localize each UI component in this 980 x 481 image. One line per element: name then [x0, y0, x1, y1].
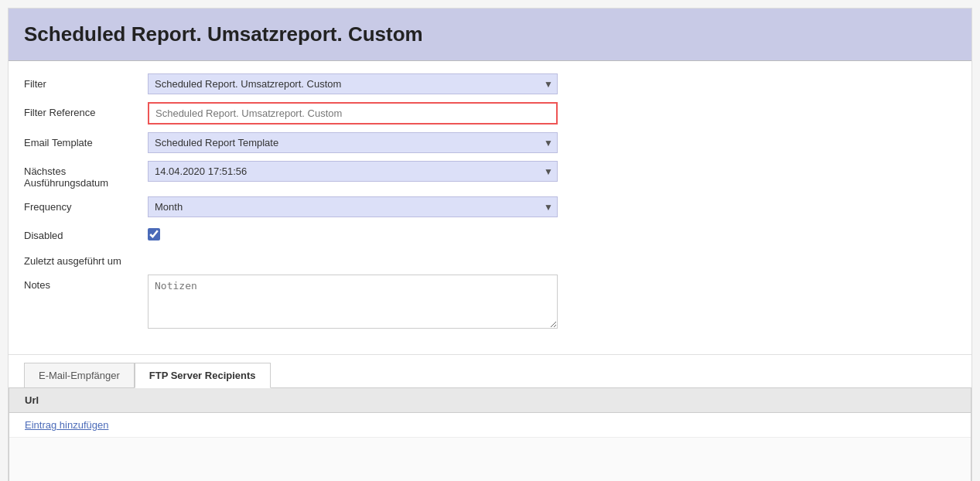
next-execution-label: Nächstes Ausführungsdatum: [24, 161, 148, 189]
disabled-row: Disabled: [24, 225, 956, 243]
datetime-wrapper: 14.04.2020 17:51:56 ▼: [148, 161, 558, 182]
next-execution-control: 14.04.2020 17:51:56 ▼: [148, 161, 558, 182]
email-template-control: Scheduled Report Template ▼: [148, 132, 558, 153]
next-execution-value[interactable]: 14.04.2020 17:51:56: [148, 161, 558, 182]
notes-row: Notes: [24, 275, 956, 331]
filter-reference-label: Filter Reference: [24, 102, 148, 118]
page-title: Scheduled Report. Umsatzreport. Custom: [9, 9, 971, 61]
next-execution-row: Nächstes Ausführungsdatum 14.04.2020 17:…: [24, 161, 956, 189]
last-run-row: Zuletzt ausgeführt um: [24, 251, 956, 267]
filter-control: Scheduled Report. Umsatzreport. Custom ▼: [148, 73, 558, 94]
tabs-wrapper: E-Mail-Empfänger FTP Server Recipients U…: [9, 354, 971, 481]
filter-row: Filter Scheduled Report. Umsatzreport. C…: [24, 73, 956, 94]
notes-label: Notes: [24, 275, 148, 291]
email-template-row: Email Template Scheduled Report Template…: [24, 132, 956, 153]
filter-select-wrapper: Scheduled Report. Umsatzreport. Custom ▼: [148, 73, 558, 94]
email-template-select[interactable]: Scheduled Report Template: [148, 132, 558, 153]
frequency-select[interactable]: Month: [148, 196, 558, 217]
frequency-control: Month ▼: [148, 196, 558, 217]
disabled-checkbox[interactable]: [148, 228, 160, 240]
tab-ftp-recipients[interactable]: FTP Server Recipients: [135, 363, 271, 388]
filter-reference-row: Filter Reference: [24, 102, 956, 125]
notes-textarea[interactable]: [148, 275, 558, 329]
frequency-row: Frequency Month ▼: [24, 196, 956, 217]
url-column-header: Url: [9, 388, 971, 413]
frequency-label: Frequency: [24, 196, 148, 213]
page-wrapper: Scheduled Report. Umsatzreport. Custom F…: [8, 8, 972, 481]
add-entry-link[interactable]: Eintrag hinzufügen: [9, 413, 971, 438]
filter-reference-input[interactable]: [148, 102, 558, 125]
frequency-select-wrapper: Month ▼: [148, 196, 558, 217]
notes-control: [148, 275, 558, 331]
tabs-bar: E-Mail-Empfänger FTP Server Recipients: [9, 363, 971, 387]
email-template-select-wrapper: Scheduled Report Template ▼: [148, 132, 558, 153]
tab-email-recipients[interactable]: E-Mail-Empfänger: [24, 363, 135, 387]
form-section: Filter Scheduled Report. Umsatzreport. C…: [9, 61, 971, 346]
tab-content: Url Eintrag hinzufügen: [9, 387, 971, 481]
filter-label: Filter: [24, 73, 148, 90]
last-run-label: Zuletzt ausgeführt um: [24, 251, 148, 267]
email-template-label: Email Template: [24, 132, 148, 148]
disabled-control: [148, 225, 558, 243]
empty-rows: [9, 438, 971, 481]
disabled-label: Disabled: [24, 225, 148, 241]
filter-select[interactable]: Scheduled Report. Umsatzreport. Custom: [148, 73, 558, 94]
filter-reference-control: [148, 102, 558, 125]
